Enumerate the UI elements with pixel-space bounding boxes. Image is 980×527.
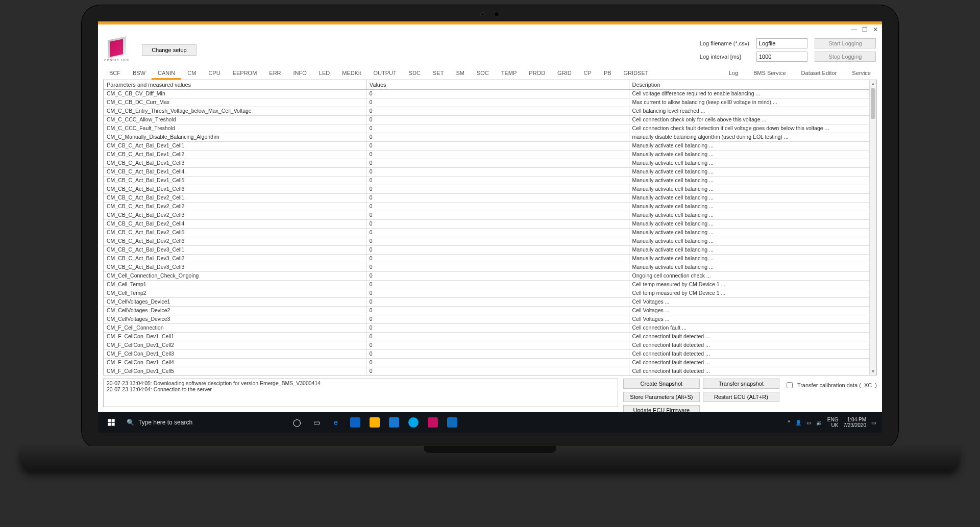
cell-value[interactable]: 0 [366,289,629,297]
table-row[interactable]: CM_CB_C_Act_Bal_Dev3_Cell10Manually acti… [104,246,876,255]
create-snapshot-button[interactable]: Create Snapshot [623,379,700,389]
task-view-icon[interactable]: ▭ [309,415,324,430]
table-row[interactable]: CM_F_CellCon_Dev1_Cell20Cell connectionf… [104,341,876,350]
restart-ecu-button[interactable]: Restart ECU (ALT+R) [703,392,779,402]
table-row[interactable]: CM_CB_C_Act_Bal_Dev2_Cell60Manually acti… [104,237,876,246]
cell-value[interactable]: 0 [366,246,629,254]
tab-prod[interactable]: PROD [523,67,551,79]
tab-temp[interactable]: TEMP [495,67,523,79]
store-icon[interactable] [348,415,362,430]
cell-value[interactable]: 0 [366,133,629,141]
tab-info[interactable]: INFO [287,67,313,79]
cell-value[interactable]: 0 [366,159,629,167]
cell-value[interactable]: 0 [366,298,629,306]
tab-set[interactable]: SET [427,67,450,79]
table-row[interactable]: CM_F_CellCon_Dev1_Cell50Cell connectionf… [104,367,876,375]
cell-value[interactable]: 0 [366,359,629,367]
table-row[interactable]: CM_CB_C_Act_Bal_Dev2_Cell20Manually acti… [104,203,876,211]
tab-log[interactable]: Log [723,67,744,79]
restore-button[interactable]: ❐ [862,26,868,33]
table-row[interactable]: CM_F_CellCon_Dev1_Cell40Cell connectionf… [104,359,876,367]
enabletool-icon[interactable] [426,415,440,430]
tray-language[interactable]: ENGUK [827,417,839,429]
log-interval-input[interactable] [756,52,807,62]
outlook-icon[interactable] [445,415,459,430]
cortana-icon[interactable]: ◯ [290,415,304,430]
table-row[interactable]: CM_CB_C_Act_Bal_Dev2_Cell10Manually acti… [104,194,876,203]
edge-icon[interactable]: e [329,415,343,430]
tab-output[interactable]: OUTPUT [368,67,403,79]
table-row[interactable]: CM_CB_C_Act_Bal_Dev3_Cell30Manually acti… [104,263,876,272]
table-row[interactable]: CM_CB_C_Act_Bal_Dev2_Cell30Manually acti… [104,211,876,220]
tab-eeprom[interactable]: EEPROM [227,67,263,79]
cell-value[interactable]: 0 [366,333,629,341]
col-header-parameters[interactable]: Parameters and measured values [104,80,366,89]
start-button[interactable] [101,412,121,433]
table-row[interactable]: CM_CB_C_Act_Bal_Dev1_Cell50Manually acti… [104,177,876,185]
cell-value[interactable]: 0 [366,237,629,245]
close-button[interactable]: ✕ [873,26,878,33]
cell-value[interactable]: 0 [366,194,629,202]
cell-value[interactable]: 0 [366,307,629,315]
cell-value[interactable]: 0 [366,350,629,358]
cell-value[interactable]: 0 [366,211,629,219]
cell-value[interactable]: 0 [366,116,629,124]
tab-bcf[interactable]: BCF [103,67,127,79]
tab-led[interactable]: LED [313,67,336,79]
table-row[interactable]: CM_C_CB_DC_Curr_Max0Max current to allow… [104,98,876,107]
table-row[interactable]: CM_CB_C_Act_Bal_Dev1_Cell60Manually acti… [104,185,876,194]
cell-value[interactable]: 0 [366,341,629,349]
tab-service[interactable]: Service [846,67,877,79]
table-row[interactable]: CM_CB_C_Act_Bal_Dev1_Cell40Manually acti… [104,168,876,177]
cell-value[interactable]: 0 [366,220,629,228]
tab-soc[interactable]: SOC [471,67,495,79]
mail-icon[interactable] [387,415,401,430]
table-row[interactable]: CM_CellVoltages_Device10Cell Voltages ..… [104,298,876,307]
cell-value[interactable]: 0 [366,367,629,375]
tray-volume-icon[interactable]: 🔉 [816,420,822,425]
table-row[interactable]: CM_CB_C_Act_Bal_Dev2_Cell40Manually acti… [104,220,876,229]
tab-cp[interactable]: CP [578,67,598,79]
table-row[interactable]: CM_C_CCC_Allow_Treshold0Cell connection … [104,116,876,124]
table-row[interactable]: CM_CB_C_Act_Bal_Dev2_Cell50Manually acti… [104,229,876,237]
cell-value[interactable]: 0 [366,255,629,263]
table-row[interactable]: CM_F_CellCon_Dev1_Cell10Cell connectionf… [104,333,876,341]
scroll-up-icon[interactable]: ▲ [870,80,876,87]
tab-pb[interactable]: PB [598,67,618,79]
tray-people-icon[interactable]: 👤 [795,420,801,425]
tab-bms-service[interactable]: BMS Service [747,67,792,79]
cell-value[interactable]: 0 [366,203,629,211]
cell-value[interactable]: 0 [366,107,629,115]
table-row[interactable]: CM_CellVoltages_Device30Cell Voltages ..… [104,315,876,324]
cell-value[interactable]: 0 [366,98,629,107]
tab-bsw[interactable]: BSW [127,67,152,79]
cell-value[interactable]: 0 [366,90,629,98]
tray-chevron-icon[interactable]: ^ [788,420,790,425]
table-row[interactable]: CM_Cell_Temp10Cell temp measured by CM D… [104,281,876,289]
table-row[interactable]: CM_Cell_Temp20Cell temp measured by CM D… [104,289,876,298]
table-row[interactable]: CM_CB_C_Act_Bal_Dev1_Cell30Manually acti… [104,159,876,168]
tab-err[interactable]: ERR [263,67,287,79]
taskbar-search[interactable]: 🔍 Type here to search [121,414,285,431]
cell-value[interactable]: 0 [366,150,629,159]
tab-cm[interactable]: CM [181,67,202,79]
table-row[interactable]: CM_CellVoltages_Device20Cell Voltages ..… [104,307,876,315]
table-row[interactable]: CM_C_Manually_Disable_Balancing_Algorith… [104,133,876,142]
change-setup-button[interactable]: Change setup [142,44,197,56]
tray-network-icon[interactable]: ▭ [806,420,811,425]
log-filename-input[interactable] [756,38,807,48]
tab-sm[interactable]: SM [450,67,471,79]
table-row[interactable]: CM_CB_C_Act_Bal_Dev1_Cell10Manually acti… [104,142,876,150]
table-row[interactable]: CM_Cell_Connection_Check_Ongoing0Ongoing… [104,272,876,281]
tab-grid[interactable]: GRID [551,67,578,79]
minimize-button[interactable]: — [851,26,857,33]
tab-medkit[interactable]: MEDKit [336,67,367,79]
table-row[interactable]: CM_CB_C_Act_Bal_Dev1_Cell20Manually acti… [104,150,876,159]
cell-value[interactable]: 0 [366,229,629,237]
col-header-values[interactable]: Values [366,80,629,89]
transfer-xc-checkbox-label[interactable]: Transfer calibration data (_XC_) [785,379,877,390]
table-row[interactable]: CM_F_CellCon_Dev1_Cell30Cell connectionf… [104,350,876,359]
cell-value[interactable]: 0 [366,142,629,150]
col-header-description[interactable]: Description [629,80,877,89]
grid-scrollbar[interactable]: ▲ ▼ [869,80,876,375]
